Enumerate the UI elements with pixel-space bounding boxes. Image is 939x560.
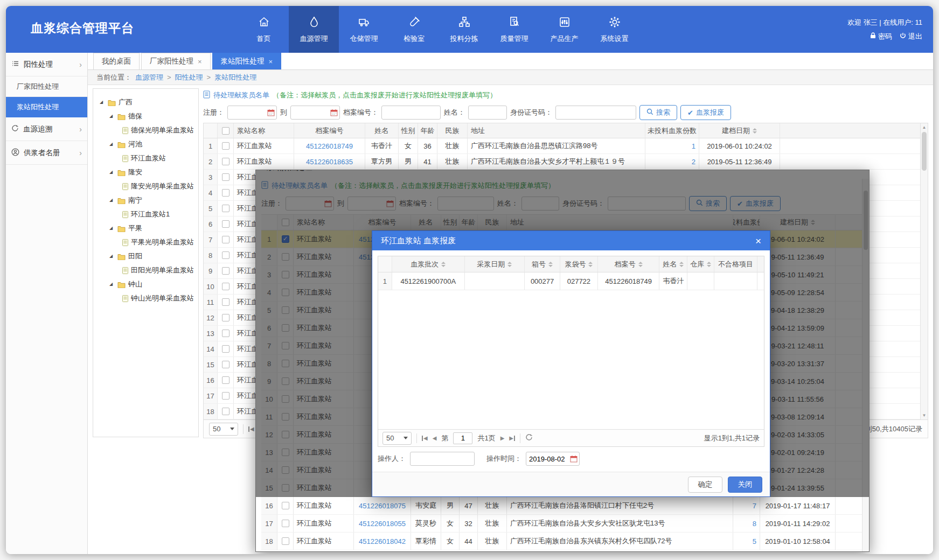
name-input[interactable] <box>468 106 507 120</box>
operator-input[interactable] <box>410 452 475 466</box>
scrollbar-thumb[interactable] <box>922 132 927 171</box>
sort-column-header[interactable]: 血浆批次 <box>392 256 465 272</box>
select-all-checkbox[interactable] <box>222 127 229 135</box>
row-checkbox[interactable] <box>222 267 229 275</box>
tree-node[interactable]: ◢ 隆安光明单采血浆站 <box>98 179 194 193</box>
expand-icon[interactable]: ◢ <box>109 254 115 258</box>
row-checkbox[interactable] <box>282 537 289 545</box>
expand-icon[interactable]: ◢ <box>109 226 115 230</box>
search-button[interactable]: 搜索 <box>639 105 677 120</box>
tree-node[interactable]: ◢ 田阳光明单采血浆站 <box>98 263 194 277</box>
sort-column-header[interactable]: 建档日期 <box>699 123 780 138</box>
row-checkbox[interactable] <box>222 408 229 415</box>
close-icon[interactable]: × <box>269 58 273 66</box>
plasma-discard-button[interactable]: ✔ 血浆报废 <box>680 105 731 120</box>
nav-blood-source[interactable]: 血源管理 <box>289 6 339 53</box>
row-checkbox[interactable] <box>222 251 229 259</box>
tree-node[interactable]: ◢ 平果光明单采血浆站 <box>98 235 194 249</box>
close-icon[interactable]: × <box>198 58 202 66</box>
last-page-button[interactable]: ▶ <box>509 435 515 441</box>
sort-column-header[interactable]: 档案号 <box>598 256 660 272</box>
row-checkbox[interactable] <box>222 142 229 150</box>
scroll-up-icon[interactable]: ▲ <box>921 125 928 130</box>
sidebar-group-blood-trace[interactable]: 血源追溯 › <box>6 117 87 141</box>
id-no-input[interactable] <box>555 106 636 120</box>
row-checkbox[interactable] <box>222 392 229 400</box>
tree-node[interactable]: ◢ 德保光明单采血浆站 <box>98 123 194 137</box>
table-row[interactable]: 16 环江血浆站 451226018075 韦安庭 男 47 壮族 广西环江毛南… <box>261 497 864 515</box>
expand-icon[interactable]: ◢ <box>109 198 115 202</box>
expand-icon[interactable]: ◢ <box>109 170 115 174</box>
row-checkbox[interactable] <box>222 345 229 353</box>
close-icon[interactable]: × <box>755 236 761 246</box>
password-button[interactable]: 密码 <box>870 32 892 41</box>
expand-icon[interactable]: ◢ <box>109 142 115 146</box>
next-page-button[interactable]: ▶ <box>500 435 505 441</box>
tree-node[interactable]: ◢ 田阳 <box>98 249 194 263</box>
tree-node[interactable]: ◢ 环江血浆站 <box>98 151 194 165</box>
table-row[interactable]: 18 环江血浆站 451226018042 覃彩情 女 44 壮族 广西环江毛南… <box>261 533 864 550</box>
row-checkbox[interactable] <box>222 376 229 384</box>
file-no-link[interactable]: 451226018042 <box>354 533 411 550</box>
row-checkbox[interactable] <box>222 283 229 290</box>
nav-warehouse[interactable]: 仓储管理 <box>339 6 389 53</box>
nav-lab[interactable]: 检验室 <box>389 6 439 53</box>
row-checkbox[interactable] <box>222 361 229 368</box>
close-button[interactable]: 关闭 <box>728 477 762 493</box>
sidebar-item-factory-positive[interactable]: 厂家阳性处理 <box>6 76 87 97</box>
row-checkbox[interactable] <box>222 330 229 337</box>
tree-node[interactable]: ◢ 隆安 <box>98 165 194 179</box>
nav-settings[interactable]: 系统设置 <box>589 6 639 53</box>
tab-factory-positive[interactable]: 厂家阳性处理 × <box>141 53 211 69</box>
tree-node[interactable]: ◢ 环江血浆站1 <box>98 207 194 221</box>
sidebar-group-donor-roster[interactable]: 供浆者名册 › <box>6 141 87 165</box>
file-no-link[interactable]: 451226018635 <box>294 154 365 169</box>
sidebar-item-station-positive[interactable]: 浆站阳性处理 <box>6 97 87 117</box>
confirm-button[interactable]: 确定 <box>688 477 722 493</box>
tab-station-positive[interactable]: 浆站阳性处理 × <box>212 53 282 69</box>
breadcrumb-link[interactable]: 血源管理 <box>135 73 163 82</box>
row-checkbox[interactable] <box>282 520 289 527</box>
tab-my-desktop[interactable]: 我的桌面 <box>93 53 140 69</box>
sort-column-header[interactable]: 仓库 <box>687 256 714 272</box>
row-checkbox[interactable] <box>222 173 229 181</box>
table-row[interactable]: 2 环江血浆站 451226018635 覃方男 男 41 壮族 广西环江毛南族… <box>204 154 928 170</box>
row-checkbox[interactable] <box>222 205 229 212</box>
tree-node[interactable]: ◢ 德保 <box>98 109 194 123</box>
table-row[interactable]: 1 4512261900700A 000277 027722 451226018… <box>378 272 764 290</box>
sidebar-group-positive-handling[interactable]: 阳性处理 › <box>6 53 87 76</box>
file-no-input[interactable] <box>381 106 441 120</box>
expand-icon[interactable]: ◢ <box>109 114 115 118</box>
scroll-down-icon[interactable]: ▼ <box>921 413 928 418</box>
expand-icon[interactable]: ◢ <box>100 100 105 104</box>
file-no-link[interactable]: 451226018749 <box>294 138 365 153</box>
breadcrumb-link[interactable]: 阳性处理 <box>175 73 203 82</box>
prev-page-button[interactable]: ◀ <box>433 435 437 441</box>
sort-column-header[interactable]: 姓名 <box>659 256 687 272</box>
nav-quality[interactable]: 质量管理 <box>489 6 539 53</box>
table-scrollbar[interactable]: ▲ ▼ <box>920 123 928 419</box>
row-checkbox[interactable] <box>222 220 229 228</box>
table-row[interactable]: 17 环江血浆站 451226018055 莫灵秒 女 32 壮族 广西环江毛南… <box>261 515 864 533</box>
tree-node[interactable]: ◢ 广西 <box>98 95 194 109</box>
breadcrumb-link[interactable]: 浆站阳性处理 <box>214 73 256 82</box>
file-no-link[interactable]: 451226018075 <box>354 497 411 514</box>
sort-column-header[interactable]: 浆袋号 <box>560 256 598 272</box>
tree-node[interactable]: ◢ 钟山光明单采血浆站 <box>98 291 194 305</box>
page-number-input[interactable] <box>453 432 472 444</box>
nav-sorting[interactable]: 投料分拣 <box>439 6 489 53</box>
nav-production[interactable]: 产品生产 <box>539 6 589 53</box>
page-size-select[interactable]: 50 <box>209 423 238 436</box>
first-page-button[interactable]: ◀ <box>422 435 428 441</box>
page-size-select[interactable]: 50 <box>382 432 412 445</box>
tree-node[interactable]: ◢ 南宁 <box>98 193 194 207</box>
tree-node[interactable]: ◢ 钟山 <box>98 277 194 291</box>
row-checkbox[interactable] <box>222 314 229 321</box>
row-checkbox[interactable] <box>222 189 229 197</box>
first-page-button[interactable]: ◀ <box>248 426 254 432</box>
tree-node[interactable]: ◢ 平果 <box>98 221 194 235</box>
row-checkbox[interactable] <box>282 502 289 509</box>
table-row[interactable]: 1 环江血浆站 451226018749 韦香汁 女 36 壮族 广西环江毛南族… <box>204 138 928 154</box>
sort-column-header[interactable]: 采浆日期 <box>465 256 525 272</box>
refresh-icon[interactable] <box>525 433 533 443</box>
